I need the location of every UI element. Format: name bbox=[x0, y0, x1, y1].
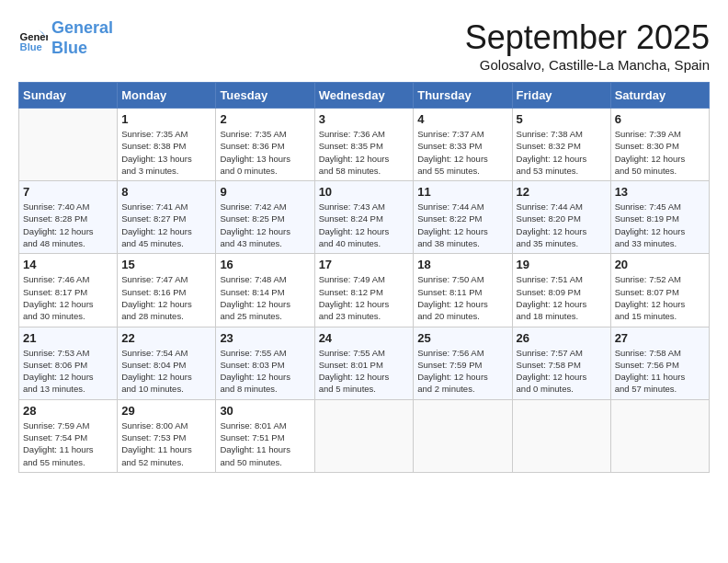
calendar-cell: 29Sunrise: 8:00 AM Sunset: 7:53 PM Dayli… bbox=[118, 399, 216, 472]
day-number: 17 bbox=[319, 258, 410, 271]
day-info: Sunrise: 7:39 AM Sunset: 8:30 PM Dayligh… bbox=[615, 128, 705, 177]
day-info: Sunrise: 7:53 AM Sunset: 8:06 PM Dayligh… bbox=[23, 347, 113, 396]
day-number: 21 bbox=[23, 331, 113, 345]
day-number: 3 bbox=[319, 112, 410, 126]
calendar-cell: 2Sunrise: 7:35 AM Sunset: 8:36 PM Daylig… bbox=[216, 109, 314, 181]
calendar-cell: 20Sunrise: 7:52 AM Sunset: 8:07 PM Dayli… bbox=[610, 254, 709, 327]
calendar-cell: 8Sunrise: 7:41 AM Sunset: 8:27 PM Daylig… bbox=[118, 181, 216, 254]
weekday-header-row: SundayMondayTuesdayWednesdayThursdayFrid… bbox=[19, 83, 710, 109]
logo: General Blue General Blue bbox=[18, 18, 113, 58]
day-info: Sunrise: 7:49 AM Sunset: 8:12 PM Dayligh… bbox=[319, 273, 410, 322]
day-number: 8 bbox=[121, 185, 211, 199]
weekday-header-wednesday: Wednesday bbox=[314, 83, 414, 109]
day-number: 19 bbox=[517, 258, 607, 271]
day-number: 18 bbox=[417, 258, 507, 271]
calendar-cell: 4Sunrise: 7:37 AM Sunset: 8:33 PM Daylig… bbox=[414, 109, 512, 181]
week-row-3: 14Sunrise: 7:46 AM Sunset: 8:17 PM Dayli… bbox=[19, 254, 710, 327]
calendar-cell: 17Sunrise: 7:49 AM Sunset: 8:12 PM Dayli… bbox=[314, 254, 414, 327]
day-number: 22 bbox=[121, 331, 211, 345]
day-number: 5 bbox=[517, 112, 607, 126]
day-info: Sunrise: 8:01 AM Sunset: 7:51 PM Dayligh… bbox=[220, 419, 310, 468]
day-number: 9 bbox=[220, 185, 310, 199]
day-number: 2 bbox=[220, 112, 310, 126]
svg-text:General: General bbox=[20, 30, 48, 41]
calendar-cell: 15Sunrise: 7:47 AM Sunset: 8:16 PM Dayli… bbox=[118, 254, 216, 327]
weekday-header-monday: Monday bbox=[118, 83, 216, 109]
calendar-cell bbox=[512, 399, 610, 472]
day-number: 6 bbox=[615, 112, 705, 126]
day-info: Sunrise: 7:41 AM Sunset: 8:27 PM Dayligh… bbox=[121, 201, 211, 249]
calendar-cell: 23Sunrise: 7:55 AM Sunset: 8:03 PM Dayli… bbox=[216, 327, 314, 399]
day-info: Sunrise: 7:48 AM Sunset: 8:14 PM Dayligh… bbox=[220, 273, 310, 322]
calendar-cell: 12Sunrise: 7:44 AM Sunset: 8:20 PM Dayli… bbox=[512, 181, 610, 254]
weekday-header-saturday: Saturday bbox=[610, 83, 709, 109]
day-number: 27 bbox=[615, 331, 705, 345]
week-row-5: 28Sunrise: 7:59 AM Sunset: 7:54 PM Dayli… bbox=[19, 399, 710, 472]
calendar-cell: 10Sunrise: 7:43 AM Sunset: 8:24 PM Dayli… bbox=[314, 181, 414, 254]
day-info: Sunrise: 7:57 AM Sunset: 7:58 PM Dayligh… bbox=[517, 347, 607, 396]
day-number: 11 bbox=[417, 185, 507, 199]
weekday-header-friday: Friday bbox=[512, 83, 610, 109]
day-info: Sunrise: 7:56 AM Sunset: 7:59 PM Dayligh… bbox=[417, 347, 507, 396]
calendar-cell bbox=[314, 399, 414, 472]
calendar-cell: 11Sunrise: 7:44 AM Sunset: 8:22 PM Dayli… bbox=[414, 181, 512, 254]
weekday-header-thursday: Thursday bbox=[414, 83, 512, 109]
calendar-cell: 9Sunrise: 7:42 AM Sunset: 8:25 PM Daylig… bbox=[216, 181, 314, 254]
calendar-table: SundayMondayTuesdayWednesdayThursdayFrid… bbox=[18, 82, 710, 473]
day-number: 12 bbox=[517, 185, 607, 199]
page-header: General Blue General Blue September 2025… bbox=[18, 18, 710, 73]
day-number: 10 bbox=[319, 185, 410, 199]
day-info: Sunrise: 7:40 AM Sunset: 8:28 PM Dayligh… bbox=[23, 201, 113, 249]
day-info: Sunrise: 7:43 AM Sunset: 8:24 PM Dayligh… bbox=[319, 201, 410, 249]
week-row-4: 21Sunrise: 7:53 AM Sunset: 8:06 PM Dayli… bbox=[19, 327, 710, 399]
day-info: Sunrise: 7:51 AM Sunset: 8:09 PM Dayligh… bbox=[517, 273, 607, 322]
day-info: Sunrise: 7:55 AM Sunset: 8:03 PM Dayligh… bbox=[220, 347, 310, 396]
day-number: 28 bbox=[23, 404, 113, 418]
calendar-cell: 18Sunrise: 7:50 AM Sunset: 8:11 PM Dayli… bbox=[414, 254, 512, 327]
calendar-cell: 30Sunrise: 8:01 AM Sunset: 7:51 PM Dayli… bbox=[216, 399, 314, 472]
calendar-cell: 19Sunrise: 7:51 AM Sunset: 8:09 PM Dayli… bbox=[512, 254, 610, 327]
day-number: 16 bbox=[220, 258, 310, 271]
day-number: 13 bbox=[615, 185, 705, 199]
day-number: 7 bbox=[23, 185, 113, 199]
day-info: Sunrise: 7:44 AM Sunset: 8:20 PM Dayligh… bbox=[517, 201, 607, 249]
day-number: 29 bbox=[121, 404, 211, 418]
calendar-cell: 1Sunrise: 7:35 AM Sunset: 8:38 PM Daylig… bbox=[118, 109, 216, 181]
day-info: Sunrise: 7:58 AM Sunset: 7:56 PM Dayligh… bbox=[615, 347, 705, 396]
day-info: Sunrise: 7:54 AM Sunset: 8:04 PM Dayligh… bbox=[121, 347, 211, 396]
location: Golosalvo, Castille-La Mancha, Spain bbox=[465, 57, 710, 73]
calendar-cell: 22Sunrise: 7:54 AM Sunset: 8:04 PM Dayli… bbox=[118, 327, 216, 399]
day-info: Sunrise: 7:50 AM Sunset: 8:11 PM Dayligh… bbox=[417, 273, 507, 322]
calendar-cell: 25Sunrise: 7:56 AM Sunset: 7:59 PM Dayli… bbox=[414, 327, 512, 399]
day-number: 25 bbox=[417, 331, 507, 345]
week-row-2: 7Sunrise: 7:40 AM Sunset: 8:28 PM Daylig… bbox=[19, 181, 710, 254]
calendar-cell: 24Sunrise: 7:55 AM Sunset: 8:01 PM Dayli… bbox=[314, 327, 414, 399]
day-info: Sunrise: 8:00 AM Sunset: 7:53 PM Dayligh… bbox=[121, 419, 211, 468]
day-info: Sunrise: 7:45 AM Sunset: 8:19 PM Dayligh… bbox=[615, 201, 705, 249]
day-info: Sunrise: 7:52 AM Sunset: 8:07 PM Dayligh… bbox=[615, 273, 705, 322]
day-info: Sunrise: 7:44 AM Sunset: 8:22 PM Dayligh… bbox=[417, 201, 507, 249]
calendar-cell: 7Sunrise: 7:40 AM Sunset: 8:28 PM Daylig… bbox=[19, 181, 118, 254]
day-info: Sunrise: 7:42 AM Sunset: 8:25 PM Dayligh… bbox=[220, 201, 310, 249]
day-number: 26 bbox=[517, 331, 607, 345]
calendar-cell: 13Sunrise: 7:45 AM Sunset: 8:19 PM Dayli… bbox=[610, 181, 709, 254]
calendar-cell bbox=[414, 399, 512, 472]
title-block: September 2025 Golosalvo, Castille-La Ma… bbox=[465, 18, 710, 73]
calendar-cell: 6Sunrise: 7:39 AM Sunset: 8:30 PM Daylig… bbox=[610, 109, 709, 181]
day-number: 14 bbox=[23, 258, 113, 271]
day-info: Sunrise: 7:59 AM Sunset: 7:54 PM Dayligh… bbox=[23, 419, 113, 468]
calendar-cell: 3Sunrise: 7:36 AM Sunset: 8:35 PM Daylig… bbox=[314, 109, 414, 181]
logo-icon: General Blue bbox=[18, 24, 48, 53]
calendar-cell: 28Sunrise: 7:59 AM Sunset: 7:54 PM Dayli… bbox=[19, 399, 118, 472]
day-number: 15 bbox=[121, 258, 211, 271]
calendar-cell bbox=[610, 399, 709, 472]
day-number: 24 bbox=[319, 331, 410, 345]
svg-text:Blue: Blue bbox=[20, 40, 42, 52]
calendar-cell: 26Sunrise: 7:57 AM Sunset: 7:58 PM Dayli… bbox=[512, 327, 610, 399]
day-info: Sunrise: 7:38 AM Sunset: 8:32 PM Dayligh… bbox=[517, 128, 607, 177]
calendar-cell bbox=[19, 109, 118, 181]
day-info: Sunrise: 7:47 AM Sunset: 8:16 PM Dayligh… bbox=[121, 273, 211, 322]
day-info: Sunrise: 7:36 AM Sunset: 8:35 PM Dayligh… bbox=[319, 128, 410, 177]
day-number: 1 bbox=[121, 112, 211, 126]
calendar-cell: 21Sunrise: 7:53 AM Sunset: 8:06 PM Dayli… bbox=[19, 327, 118, 399]
